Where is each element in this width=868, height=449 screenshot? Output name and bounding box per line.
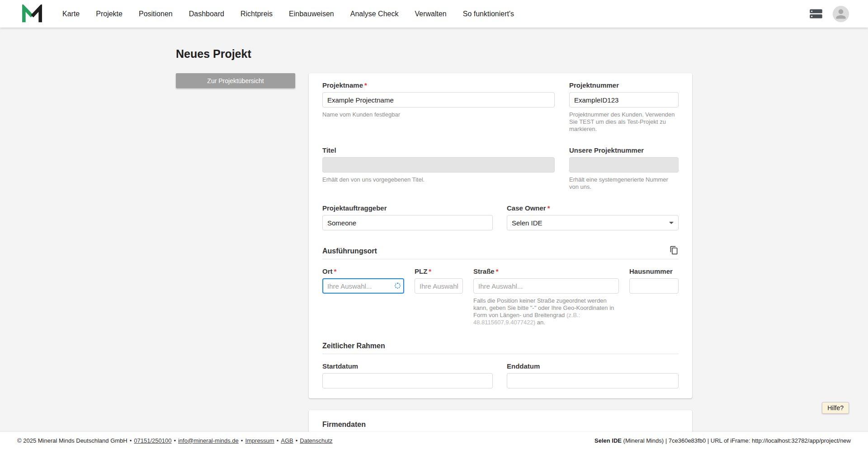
required-marker: *: [334, 267, 337, 275]
unsere-projektnummer-input: [569, 157, 679, 173]
impressum-link[interactable]: Impressum: [245, 437, 274, 444]
nav-item-einbauweisen[interactable]: Einbauweisen: [289, 10, 334, 18]
nav-item-karte[interactable]: Karte: [62, 10, 80, 18]
field-projektauftraggeber: Projektauftraggeber: [322, 204, 493, 230]
enddatum-label: Enddatum: [507, 362, 679, 370]
left-column: Zur Projektübersicht: [176, 73, 309, 88]
projektauftraggeber-input[interactable]: [322, 215, 493, 230]
footer-left: © 2025 Mineral Minds Deutschland GmbH • …: [17, 437, 333, 444]
navbar-right: [809, 6, 849, 22]
page-title: Neues Projekt: [176, 47, 692, 61]
datenschutz-link[interactable]: Datenschutz: [300, 437, 332, 444]
help-button[interactable]: Hilfe?: [822, 402, 849, 414]
required-marker: *: [496, 267, 499, 275]
projektname-helper: Name vom Kunden festlegbar: [322, 111, 555, 118]
field-ort: Ort*: [322, 267, 404, 326]
titel-label: Titel: [322, 146, 555, 154]
ort-label: Ort*: [322, 267, 404, 275]
projektnummer-input[interactable]: [569, 92, 679, 108]
nav-item-positionen[interactable]: Positionen: [139, 10, 173, 18]
separator: •: [277, 437, 279, 444]
email-link[interactable]: info@mineral-minds.de: [178, 437, 239, 444]
projektnummer-label: Projektnummer: [569, 81, 679, 89]
server-icon[interactable]: [809, 9, 823, 19]
field-case-owner: Case Owner* Selen IDE: [507, 204, 679, 230]
projektauftraggeber-label: Projektauftraggeber: [322, 204, 493, 212]
page-footer: © 2025 Mineral Minds Deutschland GmbH • …: [0, 432, 868, 449]
agb-link[interactable]: AGB: [281, 437, 293, 444]
plz-input[interactable]: [415, 278, 463, 294]
top-navbar: Karte Projekte Positionen Dashboard Rich…: [0, 0, 868, 28]
case-owner-label: Case Owner*: [507, 204, 679, 212]
nav-item-richtpreis[interactable]: Richtpreis: [241, 10, 273, 18]
unsere-projektnummer-helper: Erhält eine systemgenerierte Nummer von …: [569, 176, 679, 191]
footer-session-info: (Mineral Minds) | 7ce360e83fb0 | URL of …: [622, 437, 851, 444]
footer-user-info: Selen IDE (Mineral Minds) | 7ce360e83fb0…: [594, 437, 851, 444]
firmendaten-heading: Firmendaten: [322, 420, 366, 429]
form-column: Projektname* Name vom Kunden festlegbar …: [309, 73, 692, 440]
separator: •: [174, 437, 176, 444]
unsere-projektnummer-label: Unsere Projektnummer: [569, 146, 679, 154]
phone-link[interactable]: 07151/250100: [134, 437, 171, 444]
strasse-helper: Falls die Position keiner Straße zugeord…: [473, 297, 619, 326]
required-marker: *: [429, 267, 431, 275]
footer-user-name: Selen IDE: [594, 437, 622, 444]
project-overview-button[interactable]: Zur Projektübersicht: [176, 73, 295, 88]
strasse-label: Straße*: [473, 267, 619, 275]
plz-label: PLZ*: [415, 267, 463, 275]
separator: •: [130, 437, 132, 444]
startdatum-input[interactable]: [322, 373, 493, 388]
required-marker: *: [547, 204, 550, 212]
projektnummer-helper: Projektnummer des Kunden. Verwenden Sie …: [569, 111, 679, 133]
projektname-label: Projektname*: [322, 81, 555, 89]
zeitlicher-rahmen-heading: Zeitlicher Rahmen: [322, 341, 385, 350]
ort-input[interactable]: [322, 278, 404, 294]
case-owner-value: Selen IDE: [512, 219, 542, 227]
enddatum-input[interactable]: [507, 373, 679, 388]
projektname-input[interactable]: [322, 92, 555, 108]
section-zeitlicher-rahmen: Zeitlicher Rahmen: [322, 341, 679, 354]
mineral-minds-logo-icon[interactable]: [22, 5, 42, 23]
user-avatar[interactable]: [833, 6, 849, 22]
titel-helper: Erhält den von uns vorgegebenen Titel.: [322, 176, 555, 183]
field-plz: PLZ*: [415, 267, 463, 326]
separator: •: [241, 437, 243, 444]
nav-item-so-funktionierts[interactable]: So funktioniert's: [463, 10, 514, 18]
case-owner-select[interactable]: Selen IDE: [507, 215, 679, 230]
field-projektnummer: Projektnummer Projektnummer des Kunden. …: [569, 81, 679, 133]
hausnummer-input[interactable]: [629, 278, 679, 294]
ausfuehrungsort-heading: Ausführungsort: [322, 247, 377, 255]
strasse-input[interactable]: [473, 278, 619, 294]
titel-input: [322, 157, 555, 173]
chevron-down-icon: [669, 222, 674, 224]
nav-item-dashboard[interactable]: Dashboard: [189, 10, 224, 18]
copyright-text: © 2025 Mineral Minds Deutschland GmbH: [17, 437, 127, 444]
copy-icon[interactable]: [670, 246, 679, 255]
page-content: Neues Projekt Zur Projektübersicht Proje…: [176, 28, 692, 440]
nav-item-verwalten[interactable]: Verwalten: [415, 10, 446, 18]
main-nav: Karte Projekte Positionen Dashboard Rich…: [62, 10, 809, 18]
field-hausnummer: Hausnummer: [629, 267, 679, 326]
field-projektname: Projektname* Name vom Kunden festlegbar: [322, 81, 555, 133]
field-strasse: Straße* Falls die Position keiner Straße…: [473, 267, 619, 326]
required-marker: *: [364, 81, 367, 89]
field-enddatum: Enddatum: [507, 362, 679, 388]
field-unsere-projektnummer: Unsere Projektnummer Erhält eine systemg…: [569, 146, 679, 191]
project-form-card: Projektname* Name vom Kunden festlegbar …: [309, 73, 692, 398]
nav-item-analyse-check[interactable]: Analyse Check: [350, 10, 399, 18]
section-firmendaten: Firmendaten: [322, 420, 679, 433]
startdatum-label: Startdatum: [322, 362, 493, 370]
field-startdatum: Startdatum: [322, 362, 493, 388]
separator: •: [296, 437, 298, 444]
hausnummer-label: Hausnummer: [629, 267, 679, 275]
section-ausfuehrungsort: Ausführungsort: [322, 246, 679, 259]
field-titel: Titel Erhält den von uns vorgegebenen Ti…: [322, 146, 555, 191]
loading-spinner-icon: [395, 283, 401, 289]
nav-item-projekte[interactable]: Projekte: [96, 10, 123, 18]
